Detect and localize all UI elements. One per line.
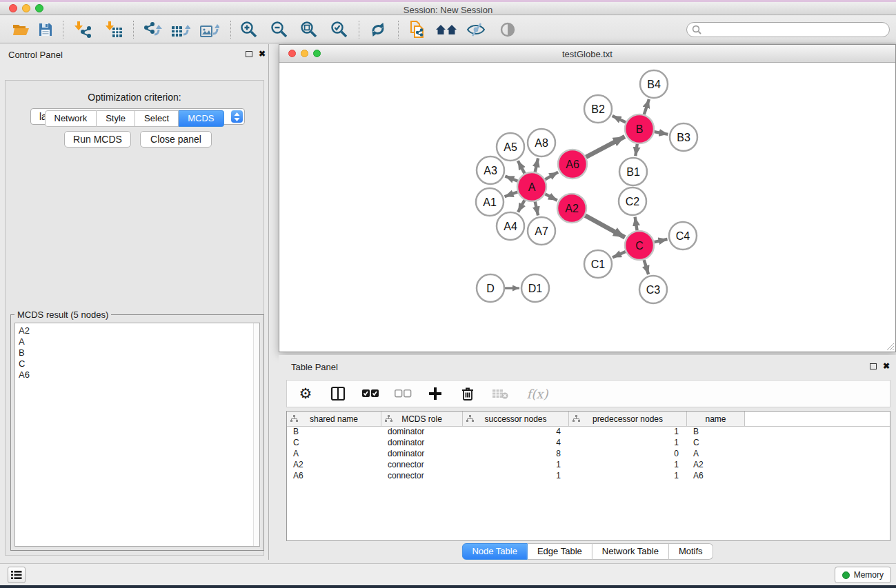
show-panels-button[interactable] bbox=[497, 19, 519, 40]
table-cell[interactable]: 0 bbox=[569, 449, 687, 460]
table-cell[interactable]: 4 bbox=[463, 438, 569, 449]
table-cell[interactable]: A2 bbox=[687, 460, 745, 471]
table-cell[interactable]: B bbox=[687, 427, 745, 438]
hide-panels-button[interactable] bbox=[465, 19, 487, 40]
graph-edge[interactable] bbox=[613, 116, 626, 122]
table-row[interactable]: Adominator80A bbox=[287, 449, 890, 460]
tab-network-table[interactable]: Network Table bbox=[593, 543, 669, 560]
graph-node-A2[interactable]: A2 bbox=[557, 194, 586, 223]
graph-edge[interactable] bbox=[644, 260, 649, 274]
select-all-button[interactable] bbox=[361, 384, 379, 403]
float-panel-icon[interactable] bbox=[246, 51, 252, 57]
table-cell[interactable]: 1 bbox=[569, 427, 687, 438]
graph-edge[interactable] bbox=[635, 144, 637, 156]
zoom-fit-button[interactable] bbox=[298, 19, 320, 40]
graph-node-B2[interactable]: B2 bbox=[584, 95, 612, 123]
column-header[interactable]: successor nodes bbox=[463, 412, 569, 426]
graph-node-B1[interactable]: B1 bbox=[619, 158, 647, 185]
graph-node-A4[interactable]: A4 bbox=[497, 212, 524, 240]
result-item[interactable]: B bbox=[19, 347, 259, 358]
table-cell[interactable]: connector bbox=[381, 471, 463, 482]
graph-edge[interactable] bbox=[655, 239, 668, 242]
graph-edge[interactable] bbox=[505, 176, 517, 181]
graph-node-A7[interactable]: A7 bbox=[528, 217, 555, 245]
table-cell[interactable]: A bbox=[687, 449, 745, 460]
column-header[interactable]: MCDS role bbox=[381, 412, 463, 426]
table-row[interactable]: A2connector11A2 bbox=[287, 460, 890, 471]
table-cell[interactable]: 1 bbox=[463, 471, 569, 482]
close-panel-icon[interactable]: ✖ bbox=[259, 50, 266, 57]
tab-select[interactable]: Select bbox=[135, 110, 179, 127]
graph-node-C4[interactable]: C4 bbox=[669, 222, 697, 250]
import-table-button[interactable] bbox=[103, 19, 125, 40]
graph-edge[interactable] bbox=[535, 202, 538, 216]
table-cell[interactable]: 1 bbox=[569, 471, 687, 482]
tab-edge-table[interactable]: Edge Table bbox=[528, 543, 593, 560]
result-item[interactable]: C bbox=[19, 358, 259, 369]
graph-node-B4[interactable]: B4 bbox=[640, 70, 668, 98]
graph-node-A8[interactable]: A8 bbox=[528, 129, 555, 156]
table-cell[interactable]: A bbox=[287, 449, 381, 460]
network-window-titlebar[interactable]: testGlobe.txt bbox=[279, 45, 895, 63]
import-network-button[interactable] bbox=[72, 19, 94, 40]
zoom-out-button[interactable] bbox=[268, 19, 290, 40]
clone-network-button[interactable] bbox=[406, 19, 428, 40]
table-cell[interactable]: dominator bbox=[381, 427, 463, 438]
graph-node-C2[interactable]: C2 bbox=[619, 187, 646, 215]
table-cell[interactable]: A6 bbox=[687, 471, 745, 482]
graph-node-A[interactable]: A bbox=[517, 172, 546, 201]
graph-node-C[interactable]: C bbox=[625, 231, 654, 260]
table-cell[interactable]: dominator bbox=[381, 438, 463, 449]
table-row[interactable]: Bdominator41B bbox=[287, 427, 890, 438]
table-cell[interactable]: 4 bbox=[463, 427, 569, 438]
delete-row-button[interactable] bbox=[459, 384, 477, 403]
table-float-icon[interactable] bbox=[870, 363, 877, 369]
deselect-all-button[interactable] bbox=[394, 384, 412, 403]
resize-grip-icon[interactable] bbox=[886, 343, 895, 351]
zoom-selected-button[interactable] bbox=[328, 19, 350, 40]
graph-node-A1[interactable]: A1 bbox=[476, 188, 504, 216]
memory-button[interactable]: Memory bbox=[835, 567, 891, 583]
table-cell[interactable]: C bbox=[687, 438, 745, 449]
result-item[interactable]: A bbox=[19, 336, 259, 347]
result-item[interactable]: A2 bbox=[19, 325, 259, 336]
table-cell[interactable]: 1 bbox=[569, 438, 687, 449]
add-row-button[interactable] bbox=[426, 384, 444, 403]
table-settings-button[interactable]: ⚙ bbox=[297, 384, 315, 403]
graph-node-C1[interactable]: C1 bbox=[584, 250, 612, 278]
result-item[interactable]: A6 bbox=[19, 369, 259, 381]
column-header[interactable]: name bbox=[687, 412, 745, 426]
graph-edge[interactable] bbox=[655, 132, 668, 134]
network-graph[interactable]: B4B2BB3A8A5A6A3B1AC2A1A2A4A7C4CC1DD1C3 bbox=[279, 63, 895, 352]
graph-edge[interactable] bbox=[505, 192, 518, 197]
tab-style[interactable]: Style bbox=[97, 110, 135, 127]
graph-edge[interactable] bbox=[635, 217, 637, 231]
graph-edge[interactable] bbox=[585, 216, 625, 238]
refresh-button[interactable] bbox=[367, 19, 389, 40]
graph-node-C3[interactable]: C3 bbox=[639, 276, 667, 303]
search-input[interactable] bbox=[686, 22, 890, 37]
export-network-button[interactable] bbox=[142, 19, 164, 40]
result-scrollbar[interactable] bbox=[253, 323, 259, 546]
home-button[interactable] bbox=[435, 19, 457, 40]
show-columns-button[interactable] bbox=[329, 384, 347, 403]
graph-node-A6[interactable]: A6 bbox=[558, 150, 587, 179]
table-cell[interactable]: 8 bbox=[463, 449, 569, 460]
column-header[interactable]: predecessor nodes bbox=[569, 412, 687, 426]
graph-node-A5[interactable]: A5 bbox=[497, 133, 524, 161]
graph-edge[interactable] bbox=[613, 252, 626, 258]
export-table-button[interactable] bbox=[170, 19, 192, 40]
node-table[interactable]: shared nameMCDS rolesuccessor nodesprede… bbox=[286, 411, 890, 541]
column-header[interactable]: shared name bbox=[287, 412, 381, 426]
function-builder-button[interactable]: f(x) bbox=[524, 384, 551, 403]
graph-edge[interactable] bbox=[586, 136, 625, 157]
export-image-button[interactable] bbox=[199, 19, 221, 40]
save-session-button[interactable] bbox=[34, 19, 57, 40]
zoom-in-button[interactable] bbox=[238, 19, 260, 40]
graph-edge[interactable] bbox=[518, 161, 525, 173]
table-cell[interactable]: dominator bbox=[381, 449, 463, 460]
table-cell[interactable]: connector bbox=[381, 460, 463, 471]
tab-mcds[interactable]: MCDS bbox=[179, 110, 223, 127]
graph-node-B3[interactable]: B3 bbox=[670, 123, 697, 151]
graph-node-B[interactable]: B bbox=[625, 114, 654, 143]
